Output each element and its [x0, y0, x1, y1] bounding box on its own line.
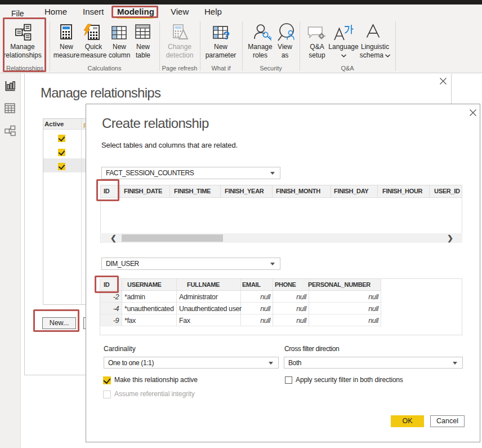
svg-text:?: ? [223, 29, 230, 42]
